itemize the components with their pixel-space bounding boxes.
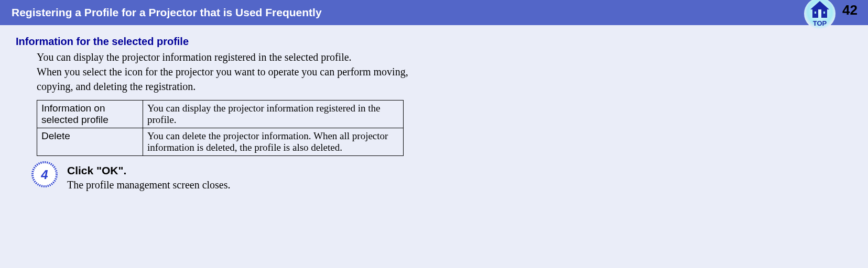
step-number-badge: 4: [31, 161, 58, 187]
step-title: Click "OK".: [67, 164, 231, 177]
section-paragraph-2: When you select the icon for the project…: [37, 64, 414, 94]
section-heading: Information for the selected profile: [16, 36, 414, 48]
step-desc: The profile management screen closes.: [67, 179, 231, 191]
table-cell-desc: You can display the projector informatio…: [143, 100, 404, 128]
page-header: Registering a Profile for a Projector th…: [0, 0, 868, 25]
top-label: TOP: [813, 19, 827, 27]
step-number: 4: [40, 168, 48, 182]
section-paragraph-1: You can display the projector informatio…: [37, 50, 414, 64]
table-cell-desc: You can delete the projector information…: [143, 128, 404, 156]
info-table: Information on selected profile You can …: [37, 100, 404, 156]
table-cell-label: Delete: [37, 128, 143, 156]
content-column: Information for the selected profile You…: [0, 25, 430, 191]
step-text: Click "OK". The profile management scree…: [67, 161, 231, 191]
table-cell-label: Information on selected profile: [37, 100, 143, 128]
step-badge-icon: 4: [31, 161, 58, 187]
table-row: Delete You can delete the projector info…: [37, 128, 404, 156]
home-top-icon: TOP: [803, 0, 837, 30]
header-title: Registering a Profile for a Projector th…: [12, 6, 322, 19]
page-number: 42: [842, 2, 858, 18]
svg-rect-4: [815, 12, 816, 14]
top-link[interactable]: TOP: [803, 0, 837, 30]
table-row: Information on selected profile You can …: [37, 100, 404, 128]
step-row: 4 Click "OK". The profile management scr…: [31, 161, 414, 191]
svg-rect-5: [823, 12, 825, 14]
